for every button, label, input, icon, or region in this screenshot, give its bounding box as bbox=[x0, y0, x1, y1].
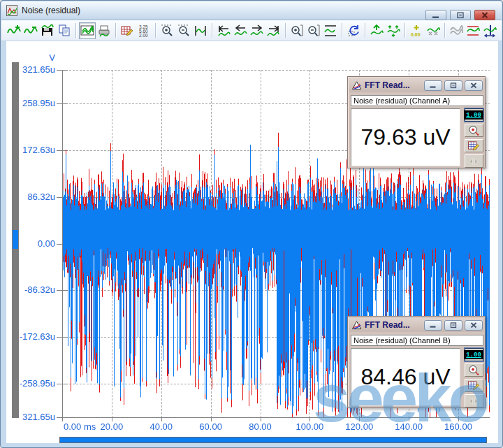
toolbar-zoom-y-in-button[interactable] bbox=[289, 22, 305, 39]
print-graph-icon bbox=[97, 24, 111, 38]
pan-right-end-icon bbox=[267, 24, 281, 38]
y-tick-label: -86.32u bbox=[6, 284, 55, 295]
pan-left-end-icon bbox=[217, 24, 231, 38]
toolbar-limit-lines-button[interactable] bbox=[465, 22, 481, 39]
toolbar-edit-data-button[interactable] bbox=[119, 22, 136, 39]
minimize-icon bbox=[428, 322, 438, 328]
expand-up-icon bbox=[370, 24, 384, 38]
y-tick-label: 0.00 bbox=[6, 238, 55, 249]
pan-right-icon bbox=[250, 24, 264, 38]
zoom-x-out-icon bbox=[177, 24, 191, 38]
minimize-button[interactable] bbox=[425, 10, 446, 20]
toolbar-separator bbox=[342, 23, 342, 38]
x-tick-label: 120.00 bbox=[345, 421, 373, 432]
reader-edit-settings-button[interactable] bbox=[465, 379, 483, 392]
minimize-icon bbox=[428, 82, 438, 89]
toolbar-print-graph-button[interactable] bbox=[96, 22, 112, 39]
reader-value: 79.63 uV bbox=[351, 108, 460, 166]
app-icon bbox=[6, 5, 17, 16]
graph-display-icon bbox=[80, 24, 94, 38]
x-tick-label: 40.00 bbox=[150, 421, 173, 432]
toolbar-fit-y-button[interactable] bbox=[322, 22, 339, 39]
fft-reader-panel-a: FFT Read... Noise (residual) (Channel A)… bbox=[347, 76, 486, 168]
reader-value: 84.46 uV bbox=[351, 348, 460, 406]
toolbar-pan-left-button[interactable] bbox=[232, 22, 249, 39]
restore-icon bbox=[449, 82, 458, 89]
fft-reader-titlebar[interactable]: FFT Read... bbox=[349, 78, 483, 92]
expand-down-icon bbox=[386, 24, 400, 38]
toolbar-add-marker-button[interactable]: 0.00 bbox=[408, 22, 425, 39]
fft-reader-title: FFT Read... bbox=[365, 320, 422, 330]
toolbar-expand-down-button[interactable] bbox=[385, 22, 402, 39]
remove-trace-icon bbox=[24, 24, 38, 38]
pan-left-icon bbox=[233, 24, 247, 38]
toolbar-track-cursor-button[interactable] bbox=[481, 22, 498, 39]
reader-nav-arrows-button bbox=[465, 154, 483, 168]
fft-reader-titlebar[interactable]: FFT Read... bbox=[349, 318, 483, 332]
reader-edit-settings-button[interactable] bbox=[465, 139, 483, 152]
toolbar-separator bbox=[212, 23, 212, 38]
toolbar-separator bbox=[115, 23, 116, 38]
toolbar-auto-scale-button[interactable] bbox=[345, 22, 362, 39]
edit-settings-icon bbox=[467, 380, 481, 391]
fit-y-icon bbox=[323, 24, 337, 38]
x-tick-label: 80.00 bbox=[249, 421, 272, 432]
toolbar-separator bbox=[365, 23, 365, 38]
titlebar[interactable]: Noise (residual) bbox=[1, 1, 502, 20]
toolbar-pan-right-end-button[interactable] bbox=[265, 22, 282, 39]
toolbar-separator bbox=[404, 23, 405, 38]
restore-icon bbox=[455, 12, 466, 19]
toolbar-save-graph-button[interactable] bbox=[39, 22, 56, 39]
toolbar-add-trace-button[interactable] bbox=[6, 22, 22, 39]
reader-meter-dial-button[interactable] bbox=[465, 363, 483, 377]
fit-x-icon bbox=[194, 24, 207, 38]
y-tick-label: 86.32u bbox=[6, 192, 55, 202]
toolbar-pan-right-button[interactable] bbox=[249, 22, 265, 39]
toolbar-delete-markers-button[interactable] bbox=[425, 22, 442, 39]
toolbar-zoom-x-in-button[interactable] bbox=[159, 22, 175, 39]
meter-dial-icon bbox=[467, 364, 481, 376]
x-tick-label: 60.00 bbox=[199, 421, 222, 432]
restore-button[interactable] bbox=[450, 10, 471, 20]
toolbar-copy-graph-button[interactable] bbox=[56, 22, 73, 39]
toolbar-overlay-traces-button bbox=[448, 22, 465, 39]
reader-close-button[interactable] bbox=[465, 320, 483, 331]
toolbar-pan-left-end-button[interactable] bbox=[215, 22, 232, 39]
limit-lines-icon bbox=[466, 24, 480, 38]
reader-units-display-button[interactable]: 1.00 bbox=[465, 348, 483, 361]
close-button[interactable] bbox=[474, 10, 495, 20]
zoom-y-in-icon bbox=[290, 24, 304, 38]
reader-close-button[interactable] bbox=[465, 80, 483, 91]
graph-panel: V FFT Read... Noise (residual) (Channel … bbox=[6, 41, 498, 443]
toolbar-graph-display-button[interactable] bbox=[79, 22, 96, 39]
reader-restore-button[interactable] bbox=[444, 80, 462, 91]
minimize-icon bbox=[430, 12, 442, 19]
fft-reader-icon bbox=[351, 80, 362, 90]
data-values-icon: 3.255.602.00 bbox=[137, 24, 151, 38]
units-display-label: 1.00 bbox=[464, 110, 483, 120]
svg-text:2.00: 2.00 bbox=[139, 33, 148, 38]
toolbar-fit-x-button[interactable] bbox=[192, 22, 209, 39]
reader-minimize-button[interactable] bbox=[424, 80, 442, 91]
reader-units-display-button[interactable]: 1.00 bbox=[465, 108, 483, 122]
reader-minimize-button[interactable] bbox=[424, 320, 442, 331]
toolbar-zoom-x-out-button[interactable] bbox=[175, 22, 192, 39]
units-display-label: 1.00 bbox=[464, 350, 483, 359]
toolbar-separator bbox=[155, 23, 156, 38]
overlay-traces-icon bbox=[449, 24, 463, 38]
y-tick-label: -258.95u bbox=[6, 378, 55, 389]
reader-source-label: Noise (residual) (Channel B) bbox=[351, 335, 483, 346]
toolbar-data-values-button[interactable]: 3.255.602.00 bbox=[136, 22, 152, 39]
reader-tools: 1.00 bbox=[463, 348, 484, 407]
toolbar-remove-trace-button[interactable] bbox=[22, 22, 39, 39]
reader-restore-button[interactable] bbox=[444, 320, 462, 331]
toolbar: 3.255.602.000.00 bbox=[1, 20, 502, 41]
toolbar-separator bbox=[285, 23, 286, 38]
reader-meter-dial-button[interactable] bbox=[465, 124, 483, 137]
x-tick-label: 160.00 bbox=[444, 421, 472, 432]
window-controls bbox=[425, 10, 495, 20]
horizontal-scrollbar-thumb[interactable] bbox=[59, 437, 487, 443]
toolbar-expand-up-button[interactable] bbox=[368, 22, 385, 39]
toolbar-zoom-y-out-button[interactable] bbox=[305, 22, 322, 39]
auto-scale-icon bbox=[347, 24, 360, 38]
